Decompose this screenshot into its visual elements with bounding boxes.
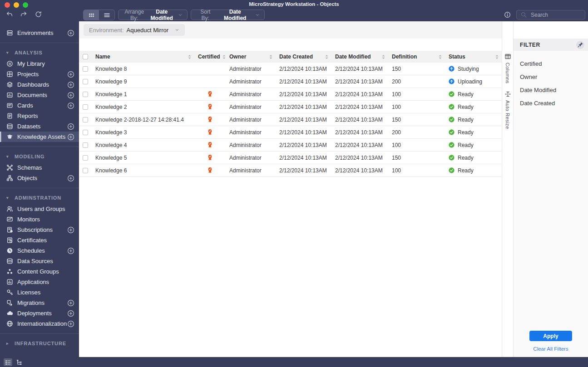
sidebar-item-knowledge-assets[interactable]: Knowledge Assets [0,132,79,142]
search-box [516,10,585,20]
sidebar-tree-view-button[interactable] [15,358,24,366]
sidebar-item-reports[interactable]: Reports [0,111,79,121]
sidebar-item-objects[interactable]: Objects [0,173,79,183]
add-deployments-button[interactable] [67,310,74,317]
row-checkbox[interactable] [83,104,88,110]
sidebar-item-datasets[interactable]: Datasets [0,121,79,132]
add-objects-button[interactable] [67,175,74,182]
filter-item-certified[interactable]: Certified [514,57,588,70]
back-button[interactable] [6,11,13,18]
certified-badge-icon [207,167,213,174]
cell-status: Ready [445,129,502,136]
add-dashboards-button[interactable] [67,81,74,88]
add-cards-button[interactable] [67,102,74,109]
column-header-name[interactable]: Name [92,51,194,63]
add-environments-button[interactable] [67,29,74,37]
sidebar-section-modeling[interactable]: ▾MODELING [0,152,79,161]
sidebar-item-monitors[interactable]: Monitors [0,214,79,225]
auto-resize-button[interactable]: Auto Resize [504,91,511,129]
row-checkbox[interactable] [83,155,88,161]
table-row[interactable]: Knowledge 2-2018-12-27 14:28:41.4Adminis… [79,113,502,126]
filter-item-date-modified[interactable]: Date Modified [514,83,588,97]
sidebar-item-projects[interactable]: Projects [0,69,79,79]
clear-all-filters-link[interactable]: Clear All Filters [533,346,568,352]
sidebar-item-licenses[interactable]: Licenses [0,287,79,298]
row-checkbox[interactable] [83,130,88,135]
row-checkbox[interactable] [83,142,88,148]
column-header-status[interactable]: Status [445,51,502,63]
sidebar-section-infrastructure[interactable]: ▸INFRASTRUCTURE [0,338,79,348]
column-header-certified[interactable]: Certified [194,51,226,63]
sidebar-item-users-and-groups[interactable]: Users and Groups [0,204,79,214]
sidebar-item-content-groups[interactable]: Content Groups [0,266,79,277]
sidebar-item-dashboards[interactable]: Dashboards [0,79,79,90]
cell-status: Ready [445,104,502,110]
row-checkbox[interactable] [83,168,88,173]
environment-dropdown[interactable]: Environment: Aqueduct Mirror [84,24,185,36]
sidebar-item-subscriptions[interactable]: Subscriptions [0,225,79,235]
row-checkbox[interactable] [83,92,88,97]
columns-button[interactable]: Columns [504,53,511,83]
filter-item-date-created[interactable]: Date Created [514,97,588,110]
add-documents-button[interactable] [67,92,74,99]
grid-view-button[interactable] [84,10,99,20]
sidebar-item-environments[interactable]: Environments [0,28,79,38]
list-view-button[interactable] [99,10,114,20]
sidebar-item-migrations[interactable]: Migrations [0,298,79,308]
search-input[interactable] [530,11,581,19]
sidebar-item-documents[interactable]: Documents [0,90,79,100]
select-all-checkbox[interactable] [83,54,88,59]
add-internationalization-button[interactable] [67,320,74,328]
cards-icon [6,102,13,109]
table-row[interactable]: Knowledge 9Administrator2/12/2024 10:13A… [79,75,502,88]
column-header-definition[interactable]: Definition [388,51,445,63]
refresh-button[interactable] [35,11,42,18]
row-checkbox[interactable] [83,79,88,84]
sort-by-dropdown[interactable]: Sort By: Date Modified [191,10,265,20]
info-button[interactable] [504,11,511,18]
add-subscriptions-button[interactable] [67,226,74,234]
sidebar-item-schemas[interactable]: Schemas [0,162,79,173]
column-header-label: Status [449,54,465,60]
tree-view-icon [16,359,23,366]
add-projects-button[interactable] [67,71,74,78]
column-header-date-created[interactable]: Date Created [276,51,331,63]
sidebar-item-applications[interactable]: Applications [0,277,79,287]
sidebar: Environments▾ANALYSISMy LibraryProjectsD… [0,21,79,357]
row-checkbox[interactable] [83,66,88,72]
dashboards-icon [6,81,13,88]
cell-owner: Administrator [226,104,276,110]
sidebar-item-certificates[interactable]: Certificates [0,235,79,245]
add-schedules-button[interactable] [67,247,74,254]
sidebar-item-deployments[interactable]: Deployments [0,308,79,318]
column-header-date-modified[interactable]: Date Modified [331,51,388,63]
table-row[interactable]: Knowledge 3Administrator2/12/2024 10:13A… [79,126,502,139]
sidebar-section-analysis[interactable]: ▾ANALYSIS [0,48,79,58]
sidebar-item-internationalization[interactable]: Internationalization [0,318,79,329]
column-header-owner[interactable]: Owner [226,51,276,63]
add-datasets-button[interactable] [67,123,74,130]
column-header-label: Definition [392,54,417,60]
sidebar-item-my-library[interactable]: My Library [0,59,79,69]
table-row[interactable]: Knowledge 2Administrator2/12/2024 10:13A… [79,101,502,113]
undo-arrow-icon [6,11,13,18]
add-migrations-button[interactable] [67,299,74,307]
add-knowledge-assets-button[interactable] [67,133,74,141]
sidebar-item-schedules[interactable]: Schedules [0,245,79,256]
forward-button[interactable] [20,11,27,18]
sidebar-section-adminstration[interactable]: ▾ADMINSTRATION [0,193,79,203]
arrange-by-dropdown[interactable]: Arrange By: Date Modified [118,10,188,20]
apply-button[interactable]: Apply [529,331,572,341]
sidebar-item-cards[interactable]: Cards [0,100,79,111]
sidebar-item-data-sources[interactable]: Data Sources [0,256,79,266]
users-icon [6,206,13,212]
sidebar-list-view-button[interactable] [4,358,12,366]
table-row[interactable]: Knowledge 6Administrator2/12/2024 10:13A… [79,164,502,177]
pin-filter-button[interactable] [576,41,584,49]
row-checkbox[interactable] [83,117,88,122]
table-row[interactable]: Knowledge 5Administrator2/12/2024 10:13A… [79,152,502,164]
filter-item-owner[interactable]: Owner [514,70,588,83]
table-row[interactable]: Knowledge 4Administrator2/12/2024 10:13A… [79,139,502,152]
table-row[interactable]: Knowledge 1Administrator2/12/2024 10:13A… [79,88,502,101]
table-row[interactable]: Knowledge 8Administrator2/12/2024 10:13A… [79,63,502,75]
